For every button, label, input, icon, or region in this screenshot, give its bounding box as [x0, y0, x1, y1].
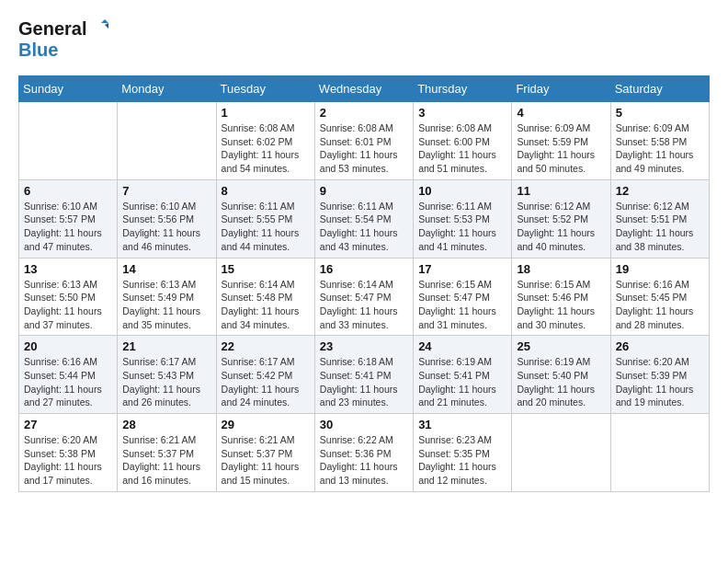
day-number: 26	[616, 339, 704, 353]
calendar-cell: 19Sunrise: 6:16 AM Sunset: 5:45 PM Dayli…	[610, 258, 709, 336]
day-number: 21	[122, 339, 210, 353]
day-info: Sunrise: 6:16 AM Sunset: 5:44 PM Dayligh…	[24, 355, 112, 409]
day-info: Sunrise: 6:17 AM Sunset: 5:42 PM Dayligh…	[222, 355, 310, 409]
calendar-cell: 12Sunrise: 6:12 AM Sunset: 5:51 PM Dayli…	[610, 179, 709, 258]
day-info: Sunrise: 6:20 AM Sunset: 5:38 PM Dayligh…	[24, 433, 112, 488]
day-info: Sunrise: 6:13 AM Sunset: 5:49 PM Dayligh…	[122, 278, 210, 332]
calendar-cell: 27Sunrise: 6:20 AM Sunset: 5:38 PM Dayli…	[19, 414, 118, 492]
day-number: 6	[24, 184, 112, 198]
day-info: Sunrise: 6:22 AM Sunset: 5:36 PM Dayligh…	[320, 433, 408, 488]
logo-text-block: General Blue	[18, 18, 108, 61]
calendar-week-row: 13Sunrise: 6:13 AM Sunset: 5:50 PM Dayli…	[19, 258, 710, 336]
calendar-cell: 9Sunrise: 6:11 AM Sunset: 5:54 PM Daylig…	[314, 179, 413, 258]
day-number: 17	[418, 262, 506, 276]
calendar-cell: 15Sunrise: 6:14 AM Sunset: 5:48 PM Dayli…	[216, 258, 314, 336]
day-info: Sunrise: 6:09 AM Sunset: 5:58 PM Dayligh…	[616, 121, 704, 176]
day-info: Sunrise: 6:11 AM Sunset: 5:55 PM Dayligh…	[222, 200, 310, 254]
day-number: 11	[517, 184, 605, 198]
weekday-header-wednesday: Wednesday	[314, 76, 413, 102]
day-number: 29	[222, 418, 310, 431]
day-number: 9	[320, 184, 408, 198]
day-info: Sunrise: 6:14 AM Sunset: 5:47 PM Dayligh…	[320, 278, 408, 332]
day-info: Sunrise: 6:17 AM Sunset: 5:43 PM Dayligh…	[122, 355, 210, 409]
day-info: Sunrise: 6:20 AM Sunset: 5:39 PM Dayligh…	[616, 355, 704, 409]
calendar-cell: 16Sunrise: 6:14 AM Sunset: 5:47 PM Dayli…	[314, 258, 413, 336]
day-number: 13	[24, 262, 112, 276]
calendar-cell: 4Sunrise: 6:09 AM Sunset: 5:59 PM Daylig…	[512, 102, 610, 180]
day-number: 14	[122, 262, 210, 276]
logo: General Blue	[18, 18, 108, 61]
logo-general: General	[18, 18, 86, 40]
day-number: 7	[122, 184, 210, 198]
day-info: Sunrise: 6:13 AM Sunset: 5:50 PM Dayligh…	[24, 278, 112, 332]
day-number: 25	[517, 339, 605, 353]
day-info: Sunrise: 6:19 AM Sunset: 5:41 PM Dayligh…	[418, 355, 506, 409]
calendar-cell	[19, 102, 118, 180]
calendar-cell: 28Sunrise: 6:21 AM Sunset: 5:37 PM Dayli…	[118, 414, 216, 492]
calendar-cell	[610, 414, 709, 492]
day-info: Sunrise: 6:09 AM Sunset: 5:59 PM Dayligh…	[517, 121, 605, 176]
day-info: Sunrise: 6:08 AM Sunset: 6:00 PM Dayligh…	[418, 121, 506, 176]
calendar-week-row: 20Sunrise: 6:16 AM Sunset: 5:44 PM Dayli…	[19, 336, 710, 414]
day-info: Sunrise: 6:12 AM Sunset: 5:52 PM Dayligh…	[517, 200, 605, 254]
calendar-cell: 29Sunrise: 6:21 AM Sunset: 5:37 PM Dayli…	[216, 414, 314, 492]
day-number: 19	[616, 262, 704, 276]
calendar-week-row: 27Sunrise: 6:20 AM Sunset: 5:38 PM Dayli…	[19, 414, 710, 492]
weekday-header-sunday: Sunday	[19, 76, 118, 102]
day-info: Sunrise: 6:08 AM Sunset: 6:02 PM Dayligh…	[222, 121, 310, 176]
day-number: 12	[616, 184, 704, 198]
day-info: Sunrise: 6:11 AM Sunset: 5:54 PM Dayligh…	[320, 200, 408, 254]
day-number: 1	[222, 106, 310, 120]
calendar-week-row: 6Sunrise: 6:10 AM Sunset: 5:57 PM Daylig…	[19, 179, 710, 258]
day-number: 8	[222, 184, 310, 198]
day-info: Sunrise: 6:10 AM Sunset: 5:56 PM Dayligh…	[122, 200, 210, 254]
weekday-header-saturday: Saturday	[610, 76, 709, 102]
calendar-cell: 17Sunrise: 6:15 AM Sunset: 5:47 PM Dayli…	[414, 258, 512, 336]
day-number: 30	[320, 418, 408, 431]
calendar-cell: 23Sunrise: 6:18 AM Sunset: 5:41 PM Dayli…	[314, 336, 413, 414]
day-info: Sunrise: 6:18 AM Sunset: 5:41 PM Dayligh…	[320, 355, 408, 409]
day-info: Sunrise: 6:16 AM Sunset: 5:45 PM Dayligh…	[616, 278, 704, 332]
calendar-cell: 5Sunrise: 6:09 AM Sunset: 5:58 PM Daylig…	[610, 102, 709, 180]
logo-bird-icon	[88, 19, 108, 40]
calendar-cell: 10Sunrise: 6:11 AM Sunset: 5:53 PM Dayli…	[414, 179, 512, 258]
day-info: Sunrise: 6:12 AM Sunset: 5:51 PM Dayligh…	[616, 200, 704, 254]
calendar-cell: 30Sunrise: 6:22 AM Sunset: 5:36 PM Dayli…	[314, 414, 413, 492]
day-number: 18	[517, 262, 605, 276]
calendar-cell: 11Sunrise: 6:12 AM Sunset: 5:52 PM Dayli…	[512, 179, 610, 258]
weekday-header-thursday: Thursday	[414, 76, 512, 102]
calendar-cell: 8Sunrise: 6:11 AM Sunset: 5:55 PM Daylig…	[216, 179, 314, 258]
calendar-cell: 18Sunrise: 6:15 AM Sunset: 5:46 PM Dayli…	[512, 258, 610, 336]
calendar-cell: 25Sunrise: 6:19 AM Sunset: 5:40 PM Dayli…	[512, 336, 610, 414]
day-info: Sunrise: 6:14 AM Sunset: 5:48 PM Dayligh…	[222, 278, 310, 332]
svg-marker-1	[105, 23, 108, 29]
calendar-cell: 13Sunrise: 6:13 AM Sunset: 5:50 PM Dayli…	[19, 258, 118, 336]
day-info: Sunrise: 6:10 AM Sunset: 5:57 PM Dayligh…	[24, 200, 112, 254]
calendar-cell: 7Sunrise: 6:10 AM Sunset: 5:56 PM Daylig…	[118, 179, 216, 258]
calendar-table: SundayMondayTuesdayWednesdayThursdayFrid…	[18, 75, 710, 492]
day-number: 10	[418, 184, 506, 198]
calendar-cell	[512, 414, 610, 492]
calendar-cell: 21Sunrise: 6:17 AM Sunset: 5:43 PM Dayli…	[118, 336, 216, 414]
weekday-header-row: SundayMondayTuesdayWednesdayThursdayFrid…	[19, 76, 710, 102]
day-number: 27	[24, 418, 112, 431]
day-number: 22	[222, 339, 310, 353]
calendar-cell: 20Sunrise: 6:16 AM Sunset: 5:44 PM Dayli…	[19, 336, 118, 414]
svg-marker-0	[101, 19, 108, 23]
calendar-cell: 6Sunrise: 6:10 AM Sunset: 5:57 PM Daylig…	[19, 179, 118, 258]
day-info: Sunrise: 6:11 AM Sunset: 5:53 PM Dayligh…	[418, 200, 506, 254]
day-info: Sunrise: 6:21 AM Sunset: 5:37 PM Dayligh…	[222, 433, 310, 488]
day-number: 31	[418, 418, 506, 431]
calendar-cell: 3Sunrise: 6:08 AM Sunset: 6:00 PM Daylig…	[414, 102, 512, 180]
day-number: 5	[616, 106, 704, 120]
day-number: 15	[222, 262, 310, 276]
page-header: General Blue	[18, 18, 710, 61]
day-info: Sunrise: 6:21 AM Sunset: 5:37 PM Dayligh…	[122, 433, 210, 488]
day-info: Sunrise: 6:19 AM Sunset: 5:40 PM Dayligh…	[517, 355, 605, 409]
calendar-cell	[118, 102, 216, 180]
day-number: 4	[517, 106, 605, 120]
day-number: 20	[24, 339, 112, 353]
day-info: Sunrise: 6:23 AM Sunset: 5:35 PM Dayligh…	[418, 433, 506, 488]
calendar-cell: 24Sunrise: 6:19 AM Sunset: 5:41 PM Dayli…	[414, 336, 512, 414]
logo-blue: Blue	[18, 40, 58, 61]
